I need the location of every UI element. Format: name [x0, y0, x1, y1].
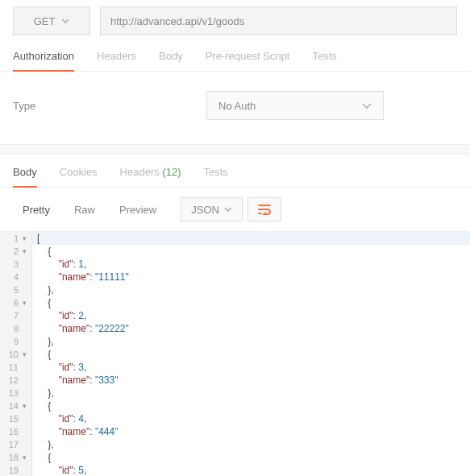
line-number: 4: [0, 271, 32, 284]
code-line[interactable]: 18▾ {: [0, 451, 470, 464]
http-method-label: GET: [34, 15, 56, 27]
code-line[interactable]: 3 "id": 1,: [0, 258, 470, 271]
code-line[interactable]: 14▾ {: [0, 399, 470, 412]
auth-type-label: Type: [13, 100, 206, 112]
line-number: 6▾: [0, 296, 32, 309]
fold-icon[interactable]: ▾: [20, 399, 27, 412]
code-line[interactable]: 4 "name": "11111": [0, 271, 470, 284]
section-divider: [0, 145, 470, 155]
code-line[interactable]: 6▾ {: [0, 296, 470, 309]
wrap-icon: [258, 204, 271, 215]
response-toolbar: Pretty Raw Preview JSON: [0, 188, 470, 231]
fold-icon[interactable]: ▾: [20, 451, 27, 464]
line-number: 5: [0, 284, 32, 296]
line-number: 2▾: [0, 245, 32, 258]
code-content: {: [32, 399, 51, 412]
request-bar: GET: [0, 0, 470, 35]
code-line[interactable]: 1▾[: [0, 232, 470, 245]
view-raw-button[interactable]: Raw: [64, 197, 105, 221]
chevron-down-icon: [224, 207, 232, 212]
code-content: },: [32, 335, 54, 348]
line-number: 13: [0, 387, 32, 399]
code-content: "id": 4,: [32, 412, 86, 425]
chevron-down-icon: [362, 103, 372, 109]
tab-prerequest[interactable]: Pre-request Script: [206, 50, 290, 71]
tab-body[interactable]: Body: [159, 50, 183, 71]
tab-authorization[interactable]: Authorization: [13, 50, 74, 72]
code-content: },: [32, 284, 54, 296]
fold-icon[interactable]: ▾: [20, 232, 27, 245]
fold-icon[interactable]: ▾: [20, 296, 27, 309]
tab-headers[interactable]: Headers: [97, 50, 136, 71]
code-content: {: [32, 451, 51, 464]
line-number: 16: [0, 425, 32, 438]
line-number: 15: [0, 412, 32, 425]
tab-tests[interactable]: Tests: [312, 50, 336, 71]
response-body-code[interactable]: 1▾[2▾ {3 "id": 1,4 "name": "11111"5 },6▾…: [0, 231, 470, 476]
line-number: 1▾: [0, 232, 32, 245]
format-label: JSON: [191, 204, 219, 216]
line-number: 19: [0, 464, 32, 476]
line-number: 7: [0, 309, 32, 322]
code-content: "name": "11111": [32, 271, 129, 284]
code-line[interactable]: 9 },: [0, 335, 470, 348]
view-preview-button[interactable]: Preview: [110, 197, 166, 221]
code-content: {: [32, 296, 51, 309]
code-line[interactable]: 19 "id": 5,: [0, 464, 470, 476]
code-content: "name": "444": [32, 425, 118, 438]
line-number: 10▾: [0, 348, 32, 361]
view-pretty-button[interactable]: Pretty: [13, 197, 60, 221]
code-line[interactable]: 7 "id": 2,: [0, 309, 470, 322]
auth-type-select[interactable]: No Auth: [206, 91, 384, 120]
resp-tab-cookies[interactable]: Cookies: [60, 166, 98, 187]
resp-tab-headers-label: Headers: [120, 166, 160, 178]
resp-tab-headers[interactable]: Headers (12): [120, 166, 181, 187]
code-content: "id": 5,: [32, 464, 86, 476]
line-number: 12: [0, 374, 32, 387]
code-content: "id": 3,: [32, 361, 86, 374]
fold-icon[interactable]: ▾: [20, 245, 27, 258]
code-line[interactable]: 10▾ {: [0, 348, 470, 361]
request-url-input[interactable]: [100, 6, 457, 35]
code-content: [: [32, 232, 40, 245]
line-number: 17: [0, 438, 32, 451]
line-number: 18▾: [0, 451, 32, 464]
code-content: "id": 1,: [32, 258, 86, 271]
code-line[interactable]: 15 "id": 4,: [0, 412, 470, 425]
line-number: 11: [0, 361, 32, 374]
code-content: {: [32, 348, 51, 361]
line-number: 3: [0, 258, 32, 271]
code-line[interactable]: 17 },: [0, 438, 470, 451]
code-line[interactable]: 2▾ {: [0, 245, 470, 258]
resp-tab-tests[interactable]: Tests: [204, 166, 228, 187]
http-method-select[interactable]: GET: [13, 6, 90, 35]
line-number: 14▾: [0, 399, 32, 412]
auth-type-value: No Auth: [218, 100, 256, 112]
code-line[interactable]: 5 },: [0, 284, 470, 296]
auth-section: Type No Auth: [0, 72, 470, 145]
code-line[interactable]: 11 "id": 3,: [0, 361, 470, 374]
response-tabs: Body Cookies Headers (12) Tests: [0, 155, 470, 188]
code-content: {: [32, 245, 51, 258]
request-tabs: Authorization Headers Body Pre-request S…: [0, 35, 470, 72]
chevron-down-icon: [61, 19, 69, 23]
resp-tab-body[interactable]: Body: [13, 166, 37, 188]
code-content: "name": "22222": [32, 322, 129, 335]
code-content: "id": 2,: [32, 309, 86, 322]
fold-icon[interactable]: ▾: [20, 348, 27, 361]
line-number: 9: [0, 335, 32, 348]
line-number: 8: [0, 322, 32, 335]
format-select[interactable]: JSON: [181, 197, 243, 221]
code-content: },: [32, 438, 54, 451]
code-line[interactable]: 8 "name": "22222": [0, 322, 470, 335]
code-content: },: [32, 387, 54, 399]
code-line[interactable]: 16 "name": "444": [0, 425, 470, 438]
resp-headers-count: (12): [162, 166, 181, 178]
code-line[interactable]: 12 "name": "333": [0, 374, 470, 387]
wrap-lines-button[interactable]: [247, 197, 281, 221]
code-content: "name": "333": [32, 374, 118, 387]
code-line[interactable]: 13 },: [0, 387, 470, 399]
